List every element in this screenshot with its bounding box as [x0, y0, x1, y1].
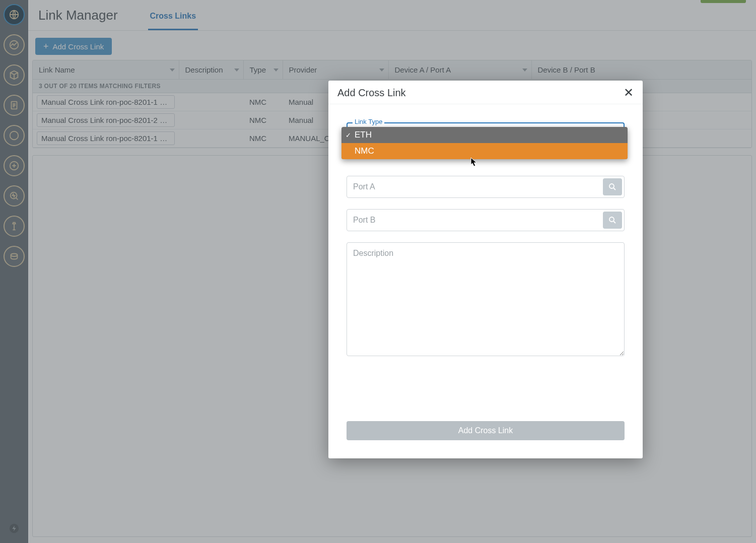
port-a-search-button[interactable] [603, 178, 622, 195]
close-icon[interactable]: ✕ [624, 87, 634, 99]
link-type-label: Link Type [353, 118, 384, 125]
search-icon [608, 182, 617, 191]
svg-point-8 [609, 184, 614, 188]
link-type-field[interactable]: Link Type ETH NMC [347, 122, 625, 147]
add-cross-link-modal: Add Cross Link ✕ Link Type ETH NMC [328, 81, 643, 458]
description-textarea[interactable] [347, 242, 625, 356]
port-b-field [347, 209, 625, 231]
option-nmc[interactable]: NMC [341, 143, 628, 159]
option-eth[interactable]: ETH [341, 127, 628, 143]
port-a-field [347, 176, 625, 198]
modal-title: Add Cross Link [337, 87, 406, 99]
port-a-input[interactable] [347, 182, 603, 191]
svg-point-9 [609, 217, 614, 222]
submit-add-cross-link-button[interactable]: Add Cross Link [347, 421, 625, 440]
search-icon [608, 216, 617, 225]
port-b-input[interactable] [347, 216, 603, 225]
link-type-dropdown: ETH NMC [341, 127, 628, 159]
port-b-search-button[interactable] [603, 212, 622, 229]
